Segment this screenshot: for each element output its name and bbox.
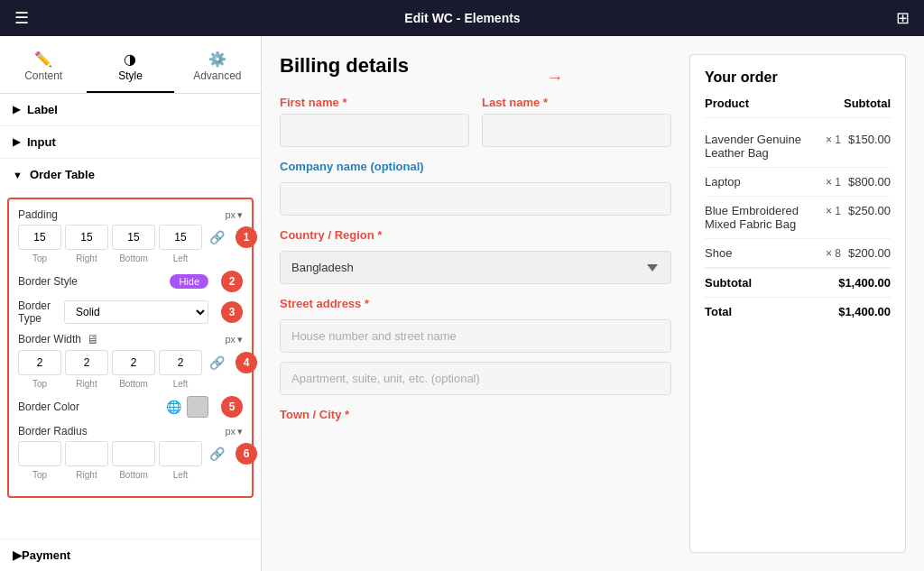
order-title: Your order xyxy=(705,69,891,86)
company-group: Company name (optional) xyxy=(280,160,671,216)
subtotal-row: Subtotal $1,400.00 xyxy=(705,268,891,298)
payment-section[interactable]: ▶ Payment xyxy=(0,539,261,571)
last-name-label: Last name * xyxy=(482,96,671,109)
border-radius-inputs: 🔗 6 xyxy=(18,441,243,466)
street-input[interactable] xyxy=(280,319,671,353)
border-type-row: Border Type Solid Dashed Dotted None 3 xyxy=(18,299,243,325)
menu-icon[interactable]: ☰ xyxy=(14,8,29,28)
arrow-right-icon: ▶ xyxy=(13,104,20,115)
badge-2: 2 xyxy=(221,271,243,292)
border-width-left-input[interactable] xyxy=(159,350,202,375)
padding-inputs: 🔗 1 xyxy=(18,225,243,250)
order-item: Shoe × 8 $200.00 xyxy=(705,239,891,268)
gear-icon: ⚙️ xyxy=(178,51,257,68)
total-row: Total $1,400.00 xyxy=(705,298,891,326)
country-select[interactable]: Bangladesh xyxy=(280,251,671,284)
street-label: Street address * xyxy=(280,297,671,310)
order-summary: Your order Product Subtotal Lavender Gen… xyxy=(689,54,906,553)
padding-left-input[interactable] xyxy=(159,225,202,250)
last-name-input[interactable] xyxy=(482,114,671,147)
input-section[interactable]: ▶ Input xyxy=(0,126,261,159)
arrow-right-icon-payment: ▶ xyxy=(13,548,22,562)
order-item: Blue Embroidered Mixed Fabric Bag × 1 $2… xyxy=(705,197,891,239)
street-group: Street address * xyxy=(280,297,671,353)
apartment-input[interactable] xyxy=(280,362,671,395)
top-bar: ☰ Edit WC - Elements ⊞ xyxy=(0,0,924,36)
pencil-icon: ✏️ xyxy=(4,51,83,68)
border-color-swatch[interactable]: 🌐 xyxy=(166,396,208,418)
padding-top-input[interactable] xyxy=(18,225,61,250)
border-width-bottom-input[interactable] xyxy=(112,350,155,375)
badge-6: 6 xyxy=(236,443,257,465)
order-table-header[interactable]: ▼ Order Table xyxy=(0,159,261,190)
border-width-top-input[interactable] xyxy=(18,350,61,375)
company-input[interactable] xyxy=(280,182,671,216)
product-header: Product xyxy=(705,97,749,110)
order-table-controls: Padding px ▾ 🔗 1 Top Right Bottom Left B… xyxy=(7,198,254,498)
badge-1: 1 xyxy=(236,226,257,248)
first-name-label: First name * xyxy=(280,96,469,109)
border-radius-bottom-input[interactable] xyxy=(112,441,155,466)
border-width-right-input[interactable] xyxy=(65,350,108,375)
border-radius-top-input[interactable] xyxy=(18,441,61,466)
border-color-row: Border Color 🌐 5 xyxy=(18,396,243,418)
billing-title: Billing details xyxy=(280,54,671,78)
last-name-group: Last name * xyxy=(482,96,671,147)
tab-style[interactable]: ◑ Style xyxy=(87,43,173,93)
border-type-select[interactable]: Solid Dashed Dotted None xyxy=(64,300,208,324)
border-radius-right-input[interactable] xyxy=(65,441,108,466)
badge-4: 4 xyxy=(236,352,257,373)
grid-icon[interactable]: ⊞ xyxy=(896,8,910,28)
border-width-unit-select[interactable]: px ▾ xyxy=(225,334,243,345)
color-swatch-box[interactable] xyxy=(187,396,208,418)
tab-advanced[interactable]: ⚙️ Advanced xyxy=(174,43,261,93)
border-style-toggle[interactable]: Hide xyxy=(170,274,208,289)
border-radius-left-input[interactable] xyxy=(159,441,202,466)
billing-section: Billing details → First name * Last name… xyxy=(280,54,671,553)
padding-unit-select[interactable]: px ▾ xyxy=(225,209,243,221)
tabs-row: ✏️ Content ◑ Style ⚙️ Advanced xyxy=(0,36,261,94)
contrast-icon: ◑ xyxy=(90,51,170,68)
border-style-row: Border Style Hide 2 xyxy=(18,271,243,292)
first-name-group: First name * xyxy=(280,96,469,147)
left-panel: ✏️ Content ◑ Style ⚙️ Advanced ▶ Label ▶… xyxy=(0,36,262,571)
top-bar-title: Edit WC - Elements xyxy=(404,11,520,25)
monitor-icon: 🖥 xyxy=(87,332,99,346)
main-content: Billing details → First name * Last name… xyxy=(262,36,924,571)
badge-3: 3 xyxy=(221,301,243,323)
arrow-down-icon: ▼ xyxy=(13,170,23,180)
border-width-inputs: 🔗 4 xyxy=(18,350,243,375)
order-header: Product Subtotal xyxy=(705,97,891,118)
first-name-input[interactable] xyxy=(280,114,469,147)
link-icon[interactable]: 🔗 xyxy=(209,230,225,244)
link-icon-radius[interactable]: 🔗 xyxy=(209,447,225,461)
label-section[interactable]: ▶ Label xyxy=(0,94,261,126)
town-label: Town / City * xyxy=(280,408,671,421)
tab-content[interactable]: ✏️ Content xyxy=(0,43,87,93)
name-row: First name * Last name * xyxy=(280,96,671,147)
order-item: Laptop × 1 $800.00 xyxy=(705,168,891,197)
padding-bottom-input[interactable] xyxy=(112,225,155,250)
link-icon-width[interactable]: 🔗 xyxy=(209,355,225,370)
apartment-group xyxy=(280,362,671,395)
company-label: Company name (optional) xyxy=(280,160,671,173)
border-radius-unit-select[interactable]: px ▾ xyxy=(225,426,243,437)
town-group: Town / City * xyxy=(280,408,671,426)
globe-icon: 🌐 xyxy=(166,400,181,414)
country-label: Country / Region * xyxy=(280,228,671,242)
badge-5: 5 xyxy=(221,396,243,418)
padding-right-input[interactable] xyxy=(65,225,108,250)
country-group: Country / Region * Bangladesh xyxy=(280,228,671,284)
order-item: Lavender Genuine Leather Bag × 1 $150.00 xyxy=(705,125,891,168)
arrow-right-icon-input: ▶ xyxy=(13,136,20,148)
subtotal-header: Subtotal xyxy=(844,97,891,110)
